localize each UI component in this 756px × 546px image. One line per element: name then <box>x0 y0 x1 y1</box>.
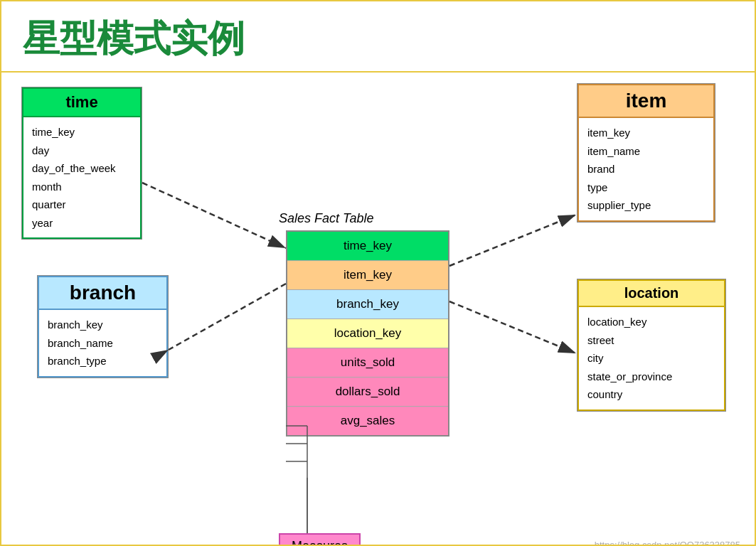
item-table: item item_key item_name brand type suppl… <box>577 83 715 223</box>
time-field-2: day <box>32 141 132 160</box>
fact-table-label: Sales Fact Table <box>279 211 373 226</box>
time-header: time <box>22 87 142 117</box>
time-table: time time_key day day_of_the_week month … <box>21 87 142 240</box>
item-field-2: item_name <box>587 142 705 161</box>
fact-row-item-key: item_key <box>287 261 448 290</box>
fact-row-branch-key: branch_key <box>287 290 448 319</box>
diagram-area: time time_key day day_of_the_week month … <box>1 73 755 546</box>
time-field-4: month <box>32 178 132 196</box>
location-field-4: state_or_province <box>587 368 715 386</box>
time-field-5: quarter <box>32 196 132 214</box>
watermark: https://blog.csdn.net/QQ736238785 <box>595 540 740 546</box>
branch-body: branch_key branch_name branch_type <box>38 310 168 378</box>
location-table: location location_key street city state_… <box>577 279 726 412</box>
location-header: location <box>577 279 725 307</box>
branch-table: branch branch_key branch_name branch_typ… <box>37 275 169 378</box>
fact-table: time_key item_key branch_key location_ke… <box>286 230 449 437</box>
branch-header: branch <box>38 276 168 310</box>
item-header: item <box>577 84 715 118</box>
location-arrow <box>449 301 576 353</box>
branch-arrow <box>169 284 286 350</box>
item-field-1: item_key <box>587 124 705 142</box>
item-body: item_key item_name brand type supplier_t… <box>577 118 715 222</box>
page-title: 星型模式实例 <box>1 1 755 73</box>
branch-field-3: branch_type <box>48 352 158 370</box>
fact-row-avg-sales: avg_sales <box>287 407 448 435</box>
branch-field-1: branch_key <box>48 316 158 334</box>
location-body: location_key street city state_or_provin… <box>577 307 725 411</box>
item-field-4: type <box>587 178 705 197</box>
time-arrow <box>142 183 286 248</box>
measures-label: Measures <box>279 533 361 546</box>
time-field-1: time_key <box>32 123 132 141</box>
fact-row-time-key: time_key <box>287 232 448 261</box>
item-field-3: brand <box>587 160 705 178</box>
time-field-6: year <box>32 214 132 232</box>
branch-field-2: branch_name <box>48 334 158 353</box>
fact-row-dollars-sold: dollars_sold <box>287 378 448 407</box>
location-field-1: location_key <box>587 313 715 331</box>
fact-row-location-key: location_key <box>287 319 448 348</box>
item-field-5: supplier_type <box>587 196 705 215</box>
time-body: time_key day day_of_the_week month quart… <box>22 117 142 239</box>
item-arrow <box>449 215 576 266</box>
location-field-2: street <box>587 331 715 350</box>
location-field-5: country <box>587 385 715 404</box>
time-field-3: day_of_the_week <box>32 159 132 178</box>
fact-row-units-sold: units_sold <box>287 348 448 378</box>
location-field-3: city <box>587 349 715 368</box>
